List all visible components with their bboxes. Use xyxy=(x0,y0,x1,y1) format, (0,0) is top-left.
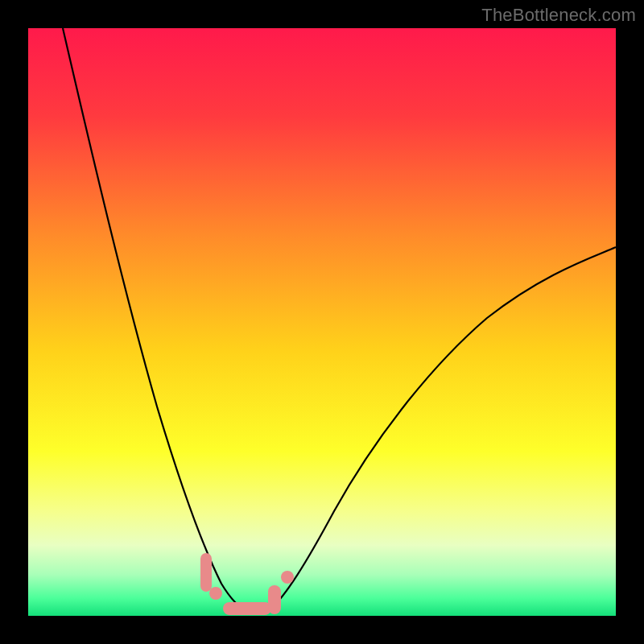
svg-rect-3 xyxy=(223,602,271,615)
svg-rect-1 xyxy=(200,553,212,592)
curve-right-branch xyxy=(270,247,616,610)
watermark-text: TheBottleneck.com xyxy=(481,5,636,26)
svg-rect-4 xyxy=(268,585,281,614)
curve-left-branch xyxy=(63,28,247,610)
valley-markers xyxy=(200,553,294,615)
chart-frame: TheBottleneck.com xyxy=(0,0,644,644)
plot-area xyxy=(28,28,616,616)
curves-layer xyxy=(28,28,616,616)
svg-point-5 xyxy=(281,571,294,584)
svg-point-2 xyxy=(209,587,222,600)
